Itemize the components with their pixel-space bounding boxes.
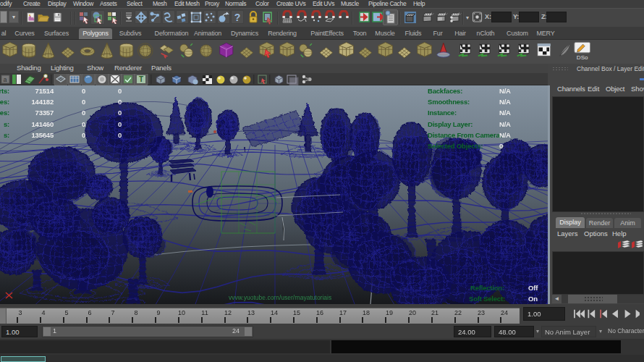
svg-text:vvvw.yuotube.corn/user/rnayatu: vvvw.yuotube.corn/user/rnayatutoriais [229, 294, 331, 301]
svg-text:T: T [139, 75, 143, 83]
svg-text:?: ? [234, 12, 241, 23]
svg-text:DSo: DSo [577, 54, 588, 61]
svg-text:a: a [3, 76, 7, 83]
